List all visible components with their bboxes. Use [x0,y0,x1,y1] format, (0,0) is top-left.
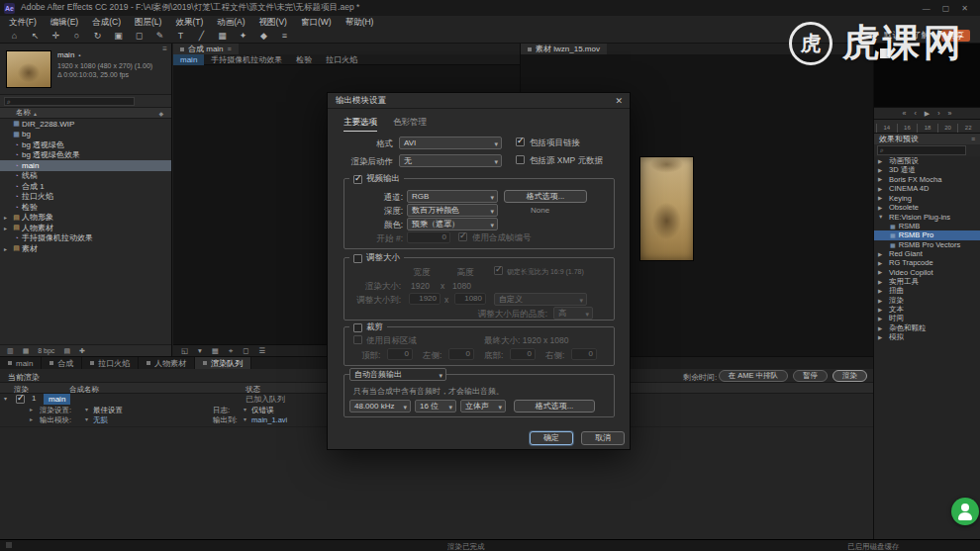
folder-expander-icon[interactable]: ▸ [4,225,11,231]
project-footer-icon[interactable]: ▥ [7,347,14,355]
project-footer-icon[interactable]: ▦ [23,347,30,355]
tool-icon[interactable]: ▣ [108,31,129,41]
viewer-control-icon[interactable]: ▦ [212,346,219,355]
resize-height-field[interactable]: 1080 [454,293,486,305]
tab-footage[interactable]: 素材 lwzn_15.mov [521,44,607,54]
timeline-tab[interactable]: 合成 [42,357,82,369]
effects-list-item[interactable]: ▶ Video Copilot [874,268,980,277]
tool-icon[interactable]: ⌂ [4,31,25,41]
viewer-control-icon[interactable]: ▾ [198,346,202,355]
video-output-checkbox[interactable] [353,175,362,184]
maximize-icon[interactable]: ▢ [942,4,950,13]
crop-left-field[interactable]: 0 [448,348,474,360]
row-expander-icon[interactable]: ▾ [4,395,7,402]
tool-icon[interactable]: ≡ [274,31,295,41]
format-select[interactable]: AVI [399,137,502,149]
category-expander-icon[interactable]: ▶ [878,316,886,321]
tool-icon[interactable]: ◻ [129,31,149,41]
transport-icon[interactable]: ▶ [925,110,930,118]
timeline-tab[interactable]: main [0,357,42,369]
render-button[interactable]: 渲染 [833,370,867,382]
close-icon[interactable]: ✕ [961,4,968,13]
composition-mini-tab[interactable]: 检验 [289,54,319,65]
audio-output-select[interactable]: 自动音频输出 [349,368,446,381]
menu-item[interactable]: 动画(A) [210,17,251,29]
effects-list-item[interactable]: ▼ RE:Vision Plug-ins [874,212,980,221]
effects-list-item[interactable]: ▶ 时间 [874,315,980,323]
panel-menu-icon[interactable]: ≡ [228,46,232,52]
panel-menu-icon[interactable]: ≡ [162,45,167,53]
video-format-options-button[interactable]: 格式选项... [504,190,587,203]
effects-list-item[interactable]: ▶ Keying [874,194,980,203]
tool-icon[interactable]: ✎ [149,31,170,41]
category-expander-icon[interactable]: ▶ [878,205,886,211]
cancel-button[interactable]: 取消 [581,431,625,445]
panel-menu-icon[interactable]: ≡ [971,136,975,142]
category-expander-icon[interactable]: ▶ [878,307,886,313]
viewer-control-icon[interactable]: ⌖ [229,346,233,356]
effects-list-item[interactable]: ▦ RSMB [874,222,980,230]
timeline-tab[interactable]: 渲染队列 [195,357,251,369]
audio-format-options-button[interactable]: 格式选项... [514,400,595,413]
effects-list-item[interactable]: ▶ 动画预设 [874,156,980,165]
category-expander-icon[interactable]: ▶ [878,251,886,257]
effects-list-item[interactable]: ▶ 扭曲 [874,286,980,295]
learn-button[interactable]: 了解 [913,30,930,42]
sample-rate-select[interactable]: 48.000 kHz [349,400,411,413]
menu-item[interactable]: 图层(L) [128,17,168,29]
effects-list-item[interactable]: ▦ RSMB Pro Vectors [874,240,980,249]
project-item-row[interactable]: ▸ ▤ 人物形象 [0,213,171,224]
category-expander-icon[interactable]: ▶ [878,269,886,275]
resize-preset-select[interactable]: 自定义 [494,293,587,306]
category-expander-icon[interactable]: ▶ [878,334,886,340]
category-expander-icon[interactable]: ▶ [878,279,886,285]
tool-icon[interactable]: T [170,31,191,41]
detail-expander-icon[interactable]: ▸ [30,415,33,422]
dialog-close-icon[interactable]: ✕ [615,96,630,106]
category-expander-icon[interactable]: ▶ [878,167,886,173]
folder-expander-icon[interactable]: ▸ [4,214,11,221]
tab-main-options[interactable]: 主要选项 [343,117,377,132]
effects-list-item[interactable]: ▶ 文本 [874,305,980,314]
tool-icon[interactable]: ▦ [212,31,233,41]
effects-list-item[interactable]: ▶ 3D 通道 [874,165,980,174]
project-search-box[interactable]: ⌕ [4,97,135,106]
post-render-action-select[interactable]: 无 [399,154,502,167]
category-expander-icon[interactable]: ▶ [878,186,886,192]
effects-list-item[interactable]: ▶ 杂色和颗粒 [874,323,980,332]
menu-item[interactable]: 文件(F) [2,17,44,29]
detail-value[interactable]: 无损 [93,415,108,425]
transport-icon[interactable]: » [948,110,952,117]
menu-item[interactable]: 帮助(H) [339,17,381,29]
pause-button[interactable]: 暂停 [793,370,828,382]
project-item-row[interactable]: ◔ 拉口火焰 [0,192,171,203]
project-item-row[interactable]: ◔ 线稿 [0,171,171,182]
project-item-row[interactable]: ▦ bg [0,130,171,140]
service-bubble-button[interactable] [951,498,979,525]
effects-list-item[interactable]: ▦ RSMB Pro [874,230,980,239]
use-comp-frame-checkbox[interactable] [458,232,467,241]
detail-expander-icon[interactable]: ▸ [30,406,33,413]
queue-in-ame-button[interactable]: 在 AME 中排队 [719,370,788,382]
label-column-icon[interactable]: ◆ [158,110,171,117]
bit-depth-select[interactable]: 16 位 [415,400,456,413]
tool-icon[interactable]: ✛ [46,31,66,41]
dropdown-icon[interactable]: ▾ [244,406,246,413]
name-column-header[interactable]: 名称 [0,108,31,118]
effects-list-item[interactable]: ▶ Obsolete [874,203,980,212]
category-expander-icon[interactable]: ▶ [878,176,886,182]
project-item-row[interactable]: ▦ DIR_2288.WIP [0,119,171,130]
resize-checkbox[interactable] [353,254,362,263]
effects-search-box[interactable]: ⌕ [877,145,966,155]
project-footer-icon[interactable]: ✚ [79,347,85,355]
include-xmp-checkbox[interactable] [516,155,525,164]
tab-color-management[interactable]: 色彩管理 [393,117,427,129]
depth-select[interactable]: 数百万种颜色 [407,204,498,217]
composition-mini-tab[interactable]: 手持摄像机拉动效果 [204,54,289,65]
render-item-checkbox[interactable] [16,395,25,404]
workspace-default-button[interactable]: 默认 [884,30,901,42]
tool-icon[interactable]: ╱ [191,31,212,41]
effects-list-item[interactable]: ▶ CINEMA 4D [874,184,980,193]
transport-icon[interactable]: ‹ [914,110,916,117]
tool-icon[interactable]: ◆ [253,31,274,41]
